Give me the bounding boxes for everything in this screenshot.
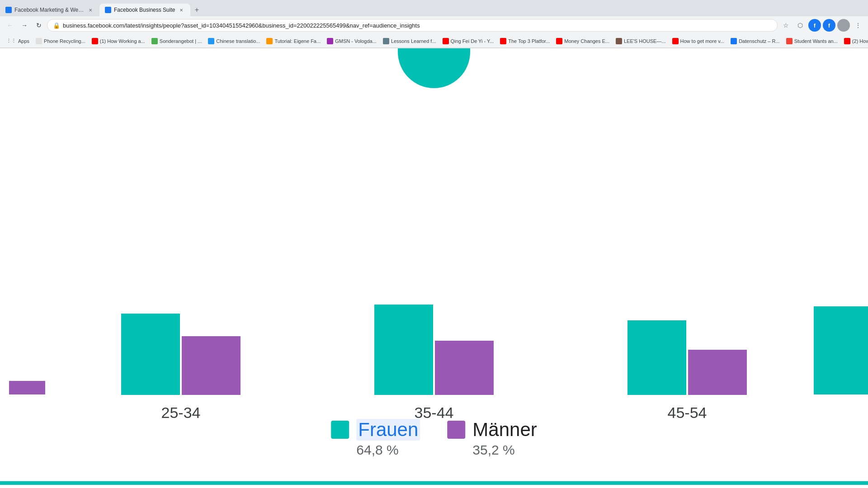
bk-favicon-11 xyxy=(616,38,622,44)
legend-female: Frauen 64,8 % xyxy=(331,419,420,458)
bottom-accent-bar xyxy=(0,481,868,485)
bk-favicon-13 xyxy=(731,38,737,44)
apps-icon: ⋮⋮ xyxy=(6,38,16,44)
legend-female-row: Frauen xyxy=(331,419,420,441)
lock-icon: 🔒 xyxy=(53,22,60,29)
main-content: 25-34 35-44 45-54 xyxy=(0,48,868,485)
profile-icon[interactable] xyxy=(837,19,850,32)
bookmark-12[interactable]: How to get more v... xyxy=(670,37,727,45)
legend-male: Männer 35,2 % xyxy=(447,419,537,458)
age-label-45-54: 45-54 xyxy=(668,404,707,422)
bar-25-34-female xyxy=(121,314,180,395)
age-group-partial-right xyxy=(814,304,868,422)
age-group-25-34: 25-34 xyxy=(54,305,307,422)
age-group-35-44: 35-44 xyxy=(307,305,561,422)
bookmark-8[interactable]: Qing Fei De Yi - Y... xyxy=(440,37,497,45)
bookmark-apps[interactable]: ⋮⋮ Apps xyxy=(4,37,32,45)
bk-favicon-15 xyxy=(844,38,850,44)
bk-favicon-3 xyxy=(151,38,158,44)
tab-label-2: Facebook Business Suite xyxy=(114,7,175,13)
tab-close-1[interactable]: ✕ xyxy=(87,6,94,14)
bookmark-3[interactable]: Sonderangebot | ... xyxy=(149,37,204,45)
bookmark-11[interactable]: LEE'S HOUSE—... xyxy=(613,37,669,45)
bar-25-34-male xyxy=(182,336,241,395)
forward-button[interactable]: → xyxy=(18,19,31,32)
legend-pct-male: 35,2 % xyxy=(472,442,514,458)
bar-45-54-male xyxy=(688,350,747,395)
bookmark-5[interactable]: Tutorial: Eigene Fa... xyxy=(264,37,323,45)
tab-favicon-1 xyxy=(5,7,12,13)
age-label-25-34: 25-34 xyxy=(161,404,201,422)
bar-35-44-male xyxy=(435,341,494,395)
tab-facebook-business-suite[interactable]: Facebook Business Suite ✕ xyxy=(99,4,190,16)
bar-partial-right-female xyxy=(814,306,868,394)
new-tab-button[interactable]: + xyxy=(190,4,203,16)
bookmark-10[interactable]: Money Changes E... xyxy=(553,37,612,45)
bk-favicon-9 xyxy=(500,38,506,44)
toolbar: ← → ↻ 🔒 business.facebook.com/latest/ins… xyxy=(0,16,868,34)
bookmark-15[interactable]: (2) How To Add A... xyxy=(841,37,868,45)
legend-pct-female: 64,8 % xyxy=(356,442,398,458)
bar-35-44-female xyxy=(374,305,433,395)
age-group-partial-left xyxy=(0,304,54,422)
bar-partial-left-male xyxy=(9,381,45,394)
tab-bar: Facebook Marketing & Werbe... ✕ Facebook… xyxy=(0,0,868,16)
tab-facebook-marketing[interactable]: Facebook Marketing & Werbe... ✕ xyxy=(0,4,99,16)
bookmark-13[interactable]: Datenschutz – R... xyxy=(728,37,783,45)
extensions-icon[interactable]: ⬡ xyxy=(794,19,807,32)
legend-label-female: Frauen xyxy=(356,419,420,441)
url-text: business.facebook.com/latest/insights/pe… xyxy=(63,22,772,29)
legend-label-male: Männer xyxy=(472,419,537,441)
browser-chrome: Facebook Marketing & Werbe... ✕ Facebook… xyxy=(0,0,868,48)
age-chart-bars: 25-34 35-44 45-54 xyxy=(0,84,868,422)
toolbar-right: ☆ ⬡ f f ⋮ xyxy=(779,19,864,32)
age-group-45-54: 45-54 xyxy=(561,305,814,422)
legend-swatch-female xyxy=(331,421,349,439)
bk-favicon-4 xyxy=(208,38,214,44)
bookmarks-bar: ⋮⋮ Apps Phone Recycling... (1) How Worki… xyxy=(0,34,868,48)
address-bar[interactable]: 🔒 business.facebook.com/latest/insights/… xyxy=(47,19,778,32)
back-button[interactable]: ← xyxy=(4,19,16,32)
tab-favicon-2 xyxy=(105,7,111,13)
bookmark-6[interactable]: GMSN - Vologda... xyxy=(324,37,379,45)
chart-legend: Frauen 64,8 % Männer 35,2 % xyxy=(331,419,537,458)
menu-icon[interactable]: ⋮ xyxy=(852,19,864,32)
legend-swatch-male xyxy=(447,421,465,439)
bookmark-star-icon[interactable]: ☆ xyxy=(779,19,792,32)
fb-icon-2[interactable]: f xyxy=(823,19,835,32)
bk-favicon-8 xyxy=(443,38,449,44)
bk-favicon-7 xyxy=(383,38,389,44)
bk-favicon-5 xyxy=(266,38,273,44)
bk-favicon-12 xyxy=(672,38,679,44)
donut-chart-top xyxy=(398,48,470,88)
bk-favicon-10 xyxy=(556,38,562,44)
bookmark-2[interactable]: (1) How Working a... xyxy=(89,37,148,45)
bk-favicon-6 xyxy=(327,38,333,44)
bk-favicon-1 xyxy=(36,38,42,44)
legend-male-row: Männer xyxy=(447,419,537,441)
bk-favicon-14 xyxy=(786,38,793,44)
tab-label-1: Facebook Marketing & Werbe... xyxy=(14,7,84,13)
bookmark-1[interactable]: Phone Recycling... xyxy=(33,37,88,45)
refresh-button[interactable]: ↻ xyxy=(33,19,45,32)
bar-45-54-female xyxy=(627,320,686,395)
tab-close-2[interactable]: ✕ xyxy=(178,6,185,14)
bk-favicon-2 xyxy=(92,38,98,44)
bookmark-9[interactable]: The Top 3 Platfor... xyxy=(497,37,552,45)
bookmark-7[interactable]: Lessons Learned f... xyxy=(380,37,439,45)
bookmark-14[interactable]: Student Wants an... xyxy=(783,37,840,45)
bookmark-4[interactable]: Chinese translatio... xyxy=(205,37,263,45)
fb-icon-1[interactable]: f xyxy=(808,19,821,32)
